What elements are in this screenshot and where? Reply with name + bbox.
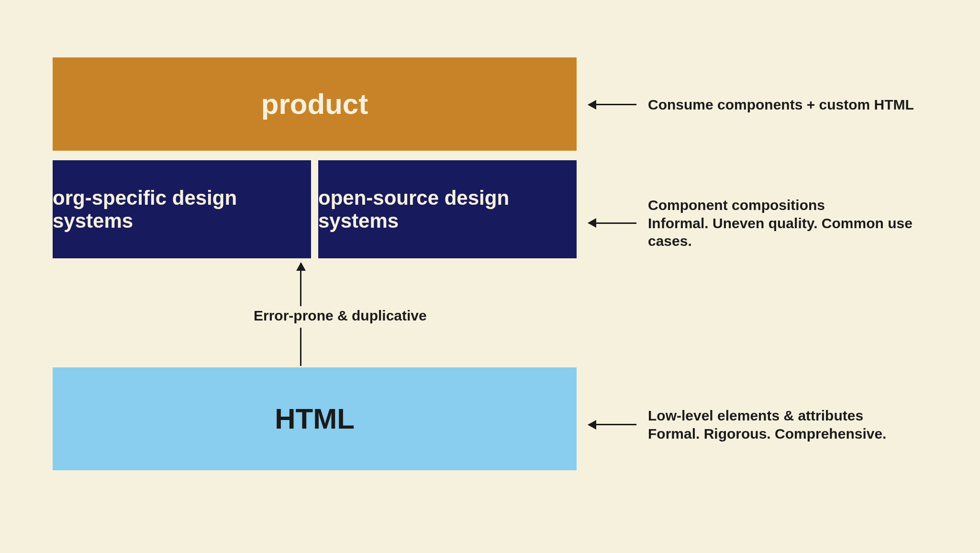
box-html: HTML (53, 367, 577, 470)
annotation-design-systems-text: Component compositions Informal. Uneven … (648, 196, 914, 250)
arrow-left-icon (589, 222, 636, 224)
annotation-product-text: Consume components + custom HTML (648, 96, 914, 114)
annotation-html-text: Low-level elements & attributes Formal. … (648, 407, 886, 442)
box-html-label: HTML (275, 402, 355, 435)
annotation-design-systems: Component compositions Informal. Uneven … (589, 196, 914, 250)
diagram-stage: product org-specific design systems open… (53, 57, 914, 488)
box-open-source-design-systems: open-source design systems (318, 160, 577, 258)
box-product: product (53, 57, 577, 151)
annotation-ds-line2: Informal. Uneven quality. Common use cas… (648, 214, 914, 250)
box-org-specific-design-systems: org-specific design systems (53, 160, 311, 258)
arrow-left-icon (589, 424, 636, 425)
arrow-left-icon (589, 104, 636, 105)
box-open-source-label: open-source design systems (318, 187, 577, 232)
annotation-vertical-arrow: Error-prone & duplicative (249, 306, 432, 325)
annotation-ds-line1: Component compositions (648, 196, 914, 214)
box-org-specific-label: org-specific design systems (53, 187, 311, 232)
annotation-html-line2: Formal. Rigorous. Comprehensive. (648, 425, 886, 443)
annotation-html-line1: Low-level elements & attributes (648, 407, 886, 425)
annotation-product: Consume components + custom HTML (589, 96, 914, 114)
box-product-label: product (261, 88, 368, 121)
annotation-html: Low-level elements & attributes Formal. … (589, 407, 886, 442)
